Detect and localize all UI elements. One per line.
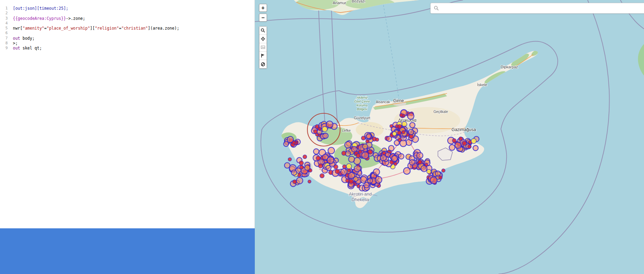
poi-marker-way[interactable]	[364, 182, 369, 188]
poi-marker-way[interactable]	[435, 171, 440, 176]
poi-marker-way[interactable]	[352, 146, 357, 152]
flag-icon	[261, 53, 265, 58]
poi-marker-way[interactable]	[473, 145, 478, 151]
line-number: 6	[0, 31, 8, 36]
block-button[interactable]	[259, 60, 267, 68]
poi-marker-way[interactable]	[430, 177, 437, 184]
poi-marker-node[interactable]	[452, 139, 456, 143]
poi-marker-way[interactable]	[328, 147, 335, 154]
poi-marker-node[interactable]	[418, 160, 422, 164]
poi-marker-node[interactable]	[462, 141, 466, 145]
poi-marker-way[interactable]	[408, 129, 414, 135]
poi-marker-way[interactable]	[366, 134, 371, 139]
poi-marker-way_orange[interactable]	[305, 165, 310, 170]
poi-marker-way[interactable]	[354, 166, 360, 172]
poi-marker-way[interactable]	[322, 154, 328, 160]
poi-marker-way[interactable]	[391, 156, 397, 162]
poi-marker-node[interactable]	[347, 169, 351, 172]
poi-marker-node[interactable]	[318, 127, 321, 130]
poi-marker-node[interactable]	[349, 179, 353, 183]
poi-marker-way[interactable]	[291, 170, 297, 175]
poi-marker-way[interactable]	[314, 149, 319, 154]
line-number: 1	[0, 6, 8, 11]
poi-marker-way[interactable]	[455, 142, 461, 149]
poi-marker-way[interactable]	[400, 140, 407, 146]
poi-marker-way[interactable]	[341, 169, 347, 175]
poi-marker-node[interactable]	[300, 166, 304, 169]
map-search-button[interactable]	[259, 26, 267, 35]
poi-marker-way[interactable]	[417, 152, 423, 159]
map-pane[interactable]: AnamurBozyazıGirneAlsancakGüzelyurtLefke…	[255, 0, 644, 274]
poi-marker-way[interactable]	[449, 145, 455, 151]
poi-marker-way[interactable]	[323, 133, 328, 138]
poi-marker-node_yellow[interactable]	[471, 138, 476, 144]
poi-marker-node[interactable]	[356, 153, 360, 158]
poi-marker-node[interactable]	[299, 161, 304, 165]
map-label: Dhekelia	[352, 197, 369, 202]
poi-marker-node_yellow[interactable]	[402, 122, 407, 127]
poi-marker-node[interactable]	[316, 156, 320, 160]
poi-marker-way[interactable]	[345, 142, 351, 148]
poi-marker-node[interactable]	[320, 174, 324, 178]
poi-marker-node[interactable]	[335, 169, 340, 174]
poi-marker-node[interactable]	[439, 176, 442, 179]
code-line: 7out body;	[0, 36, 254, 41]
poi-marker-node[interactable]	[400, 114, 403, 117]
poi-marker-node[interactable]	[314, 130, 317, 134]
image-export-button[interactable]	[259, 43, 267, 52]
poi-marker-way[interactable]	[296, 177, 303, 184]
zoom-in-button[interactable]: +	[259, 4, 267, 12]
poi-marker-way[interactable]	[409, 160, 415, 165]
poi-marker-node[interactable]	[308, 180, 311, 183]
poi-marker-node[interactable]	[366, 139, 369, 143]
poi-marker-way_orange[interactable]	[354, 177, 358, 181]
poi-marker-node[interactable]	[398, 131, 401, 135]
poi-marker-node[interactable]	[402, 130, 405, 134]
poi-marker-way[interactable]	[348, 156, 354, 162]
line-number: 5	[0, 26, 8, 31]
poi-marker-way[interactable]	[375, 176, 382, 183]
poi-marker-way[interactable]	[373, 169, 379, 175]
code-lines[interactable]: 1[out:json][timeout:25];23{{geocodeArea:…	[0, 0, 254, 51]
poi-marker-node[interactable]	[303, 155, 307, 159]
block-icon	[261, 62, 265, 67]
poi-marker-node[interactable]	[342, 151, 346, 155]
poi-marker-way[interactable]	[380, 155, 386, 161]
map-search-input[interactable]	[441, 3, 644, 13]
poi-marker-node[interactable]	[288, 158, 292, 161]
line-number: 2	[0, 11, 8, 16]
query-editor[interactable]: 1[out:json][timeout:25];23{{geocodeArea:…	[0, 0, 255, 274]
poi-marker-way[interactable]	[287, 136, 293, 143]
poi-marker-way[interactable]	[408, 113, 414, 120]
poi-marker-node[interactable]	[343, 165, 346, 169]
poi-marker-way[interactable]	[388, 145, 394, 151]
poi-marker-node[interactable]	[376, 138, 379, 142]
map-canvas[interactable]: AnamurBozyazıGirneAlsancakGüzelyurtLefke…	[255, 0, 644, 274]
poi-marker-node_yellow[interactable]	[346, 163, 352, 169]
poi-marker-node[interactable]	[398, 124, 402, 128]
poi-marker-way[interactable]	[410, 122, 415, 128]
poi-marker-way_orange[interactable]	[363, 144, 368, 149]
poi-marker-node_yellow[interactable]	[322, 127, 327, 132]
poi-marker-node[interactable]	[382, 152, 386, 155]
poi-marker-node[interactable]	[358, 150, 362, 153]
poi-marker-node_yellow[interactable]	[392, 132, 396, 136]
poi-marker-way[interactable]	[399, 154, 404, 159]
poi-marker-node[interactable]	[319, 164, 323, 168]
poi-marker-node_yellow[interactable]	[427, 169, 431, 174]
poi-marker-node[interactable]	[394, 162, 397, 166]
poi-marker-way[interactable]	[368, 178, 372, 183]
poi-marker-way[interactable]	[284, 142, 289, 146]
poi-marker-node[interactable]	[468, 145, 471, 148]
poi-marker-node[interactable]	[459, 137, 463, 141]
map-search-box[interactable]	[430, 3, 644, 14]
poi-marker-node[interactable]	[442, 169, 445, 172]
locate-button[interactable]	[259, 35, 267, 43]
flag-button[interactable]	[259, 52, 267, 60]
poi-marker-way[interactable]	[421, 166, 427, 172]
code-text: >;	[13, 41, 18, 46]
poi-marker-way[interactable]	[326, 121, 333, 128]
poi-marker-way[interactable]	[362, 152, 369, 159]
zoom-out-button[interactable]: −	[259, 14, 267, 22]
poi-marker-way[interactable]	[387, 136, 392, 142]
